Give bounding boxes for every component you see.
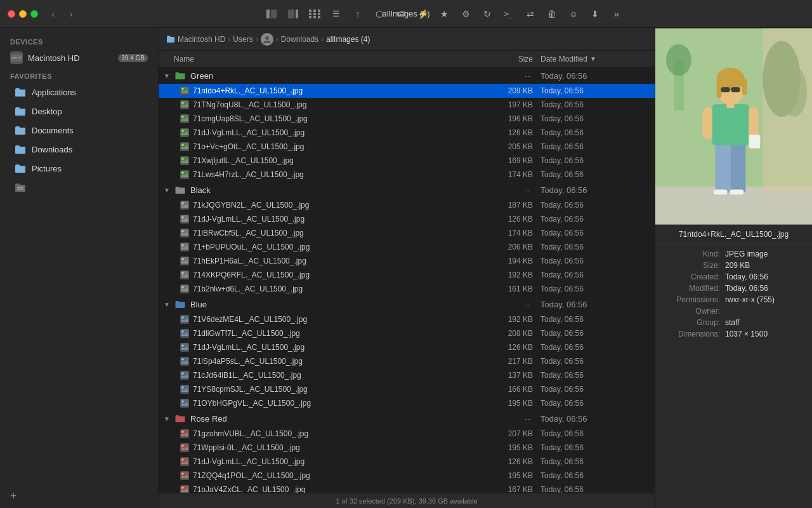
file-row[interactable]: 71dJ-VgLmLL._AC_UL1500_.jpg 126 KB Today…: [159, 455, 655, 469]
file-row[interactable]: 71ZQQ4q1POL._AC_UL1500_.jpg 195 KB Today…: [159, 469, 655, 483]
owner-value: [725, 307, 804, 316]
breadcrumb-downloads[interactable]: Downloads: [281, 35, 318, 44]
svg-point-72: [182, 359, 184, 361]
breadcrumb: Macintosh HD › Users › › Downloads › all…: [159, 28, 655, 51]
file-list[interactable]: ▼ Green -- Today, 06:56 71ntdo4+RkL._AC_…: [159, 67, 655, 493]
file-row[interactable]: 71cmgUap8SL._AC_UL1500_.jpg 196 KB Today…: [159, 112, 655, 126]
group-size: --: [475, 71, 538, 81]
sidebar-item-downloads[interactable]: Downloads: [4, 140, 154, 158]
breadcrumb-users[interactable]: Users: [233, 35, 252, 44]
close-button[interactable]: [8, 10, 15, 18]
file-row[interactable]: 71+bPUPUOuL._AC_UL1500_.jpg 206 KB Today…: [159, 240, 655, 254]
pictures-folder-icon: [14, 162, 27, 175]
file-size: 206 KB: [477, 243, 540, 251]
trash-icon[interactable]: 🗑: [543, 5, 561, 23]
svg-point-75: [182, 373, 184, 375]
group-header-black[interactable]: ▼ Black -- Today, 06:56: [159, 182, 655, 198]
group-folder-icon: [175, 300, 185, 309]
file-row[interactable]: 71YS8cpmSJL._AC_UL1500_.jpg 166 KB Today…: [159, 382, 655, 396]
file-thumbnail-icon: [179, 328, 190, 339]
group-header-rose-red[interactable]: ▼ Rose Red -- Today, 06:56: [159, 410, 655, 427]
svg-rect-121: [703, 107, 712, 139]
group-date: Today, 06:56: [540, 71, 655, 81]
file-name: 71lSp4aP5sL._AC_UL1500_.jpg: [193, 357, 477, 366]
sidebar-item-documents[interactable]: Documents: [4, 121, 154, 139]
sidebar-toggle-icon[interactable]: [263, 5, 280, 23]
group-header-green[interactable]: ▼ Green -- Today, 06:56: [159, 67, 655, 84]
group-header-blue[interactable]: ▼ Blue -- Today, 06:56: [159, 296, 655, 312]
sidebar-item-applications[interactable]: Applications: [4, 83, 154, 101]
file-row[interactable]: 71lSp4aP5sL._AC_UL1500_.jpg 217 KB Today…: [159, 354, 655, 368]
file-row[interactable]: 71dJ-VgLmLL._AC_UL1500_.jpg 126 KB Today…: [159, 212, 655, 226]
refresh-icon[interactable]: ↻: [478, 5, 496, 23]
svg-point-30: [182, 130, 184, 132]
terminal-icon[interactable]: >_: [500, 5, 518, 23]
svg-rect-110: [716, 142, 731, 193]
file-row[interactable]: 71gzohmVUBL._AC_UL1500_.jpg 207 KB Today…: [159, 427, 655, 441]
transfer-icon[interactable]: ⇄: [521, 5, 539, 23]
sidebar-item-desktop[interactable]: Desktop: [4, 102, 154, 120]
file-row[interactable]: 71kJQGYBN2L._AC_UL1500_.jpg 187 KB Today…: [159, 198, 655, 212]
svg-rect-1: [271, 10, 277, 18]
documents-label: Documents: [32, 126, 74, 135]
minimize-button[interactable]: [19, 10, 27, 18]
file-row[interactable]: 71WppIsi-0L._AC_UL1500_.jpg 195 KB Today…: [159, 441, 655, 455]
breadcrumb-macintosh-hd[interactable]: Macintosh HD: [178, 35, 225, 44]
size-column-header[interactable]: Size: [477, 55, 540, 64]
file-name: 71kJQGYBN2L._AC_UL1500_.jpg: [193, 201, 477, 210]
star-icon[interactable]: ★: [435, 5, 453, 23]
file-thumbnail-icon: [179, 255, 190, 267]
svg-rect-16: [17, 187, 23, 188]
file-date: Today, 06:56: [540, 114, 655, 123]
file-date: Today, 06:56: [540, 271, 655, 279]
file-row[interactable]: 71dJ-VgLmLL._AC_UL1500_.jpg 126 KB Today…: [159, 340, 655, 354]
sidebar-item-custom[interactable]: [4, 178, 154, 196]
preview-panel: 71ntdo4+RkL._AC_UL1500_.jpg Kind: JPEG i…: [655, 28, 812, 508]
forward-button[interactable]: ›: [63, 6, 79, 22]
group-triangle-icon[interactable]: ▼: [164, 187, 173, 194]
file-row[interactable]: 71lBRwCbf5L._AC_UL1500_.jpg 174 KB Today…: [159, 226, 655, 240]
file-row[interactable]: 71TNg7oqU8L._AC_UL1500_.jpg 197 KB Today…: [159, 98, 655, 112]
name-column-header[interactable]: Name: [159, 55, 477, 64]
file-date: Today, 06:56: [540, 257, 655, 265]
list-view-button[interactable]: ☰: [327, 5, 345, 23]
file-row[interactable]: 71hEkP1H6aL._AC_UL1500_.jpg 194 KB Today…: [159, 254, 655, 268]
face-icon[interactable]: ☺: [565, 5, 582, 23]
file-row[interactable]: 714XKPQ6RFL._AC_UL1500_.jpg 192 KB Today…: [159, 268, 655, 282]
group-triangle-icon[interactable]: ▼: [164, 301, 173, 308]
file-size: 195 KB: [477, 471, 540, 480]
file-row[interactable]: 71b2nlw+d6L._AC_UL1500_.jpg 161 KB Today…: [159, 282, 655, 296]
svg-rect-0: [266, 10, 270, 18]
file-row[interactable]: 71XwjljutlL._AC_UL1500_.jpg 169 KB Today…: [159, 154, 655, 168]
more-icon[interactable]: »: [608, 5, 625, 23]
group-triangle-icon[interactable]: ▼: [164, 415, 173, 422]
file-size: 161 KB: [477, 284, 540, 293]
modified-column-header[interactable]: Date Modified ▼: [540, 55, 655, 64]
svg-rect-109: [763, 29, 812, 193]
maximize-button[interactable]: [30, 10, 38, 18]
file-row[interactable]: 71cJd64lB1L._AC_UL1500_.jpg 137 KB Today…: [159, 368, 655, 382]
share-icon[interactable]: ↑: [349, 5, 367, 23]
back-button[interactable]: ‹: [46, 6, 61, 22]
add-sidebar-item-button[interactable]: +: [0, 485, 158, 508]
group-triangle-icon[interactable]: ▼: [164, 72, 173, 79]
file-name: 71hEkP1H6aL._AC_UL1500_.jpg: [193, 257, 477, 265]
file-name: 71+bPUPUOuL._AC_UL1500_.jpg: [193, 243, 477, 251]
file-row[interactable]: 71dJ-VgLmLL._AC_UL1500_.jpg 126 KB Today…: [159, 126, 655, 140]
view-options-icon[interactable]: [306, 5, 324, 23]
file-row[interactable]: 71ntdo4+RkL._AC_UL1500_.jpg 209 KB Today…: [159, 84, 655, 98]
panel-toggle-icon[interactable]: [284, 5, 302, 23]
downloads-label: Downloads: [32, 145, 72, 154]
file-row[interactable]: 71oJaV4ZxCL._AC_UL1500_.jpg 167 KB Today…: [159, 483, 655, 493]
file-row[interactable]: 71OYbHGPgVL._AC_UL1500_.jpg 195 KB Today…: [159, 396, 655, 410]
settings-icon[interactable]: ⚙: [457, 5, 475, 23]
file-row[interactable]: 71dliGwTf7L._AC_UL1500_.jpg 208 KB Today…: [159, 326, 655, 340]
file-row[interactable]: 71o+Vc+gOtL._AC_UL1500_.jpg 205 KB Today…: [159, 140, 655, 154]
file-row[interactable]: 71V6dezME4L._AC_UL1500_.jpg 192 KB Today…: [159, 312, 655, 326]
file-thumbnail-icon: [179, 283, 190, 295]
svg-rect-11: [313, 16, 316, 18]
file-row[interactable]: 71Lws4H7rzL._AC_UL1500_.jpg 174 KB Today…: [159, 168, 655, 182]
sidebar-item-macintosh-hd[interactable]: Macintosh HD 39.4 GB: [4, 49, 154, 67]
download-icon[interactable]: ⬇: [586, 5, 604, 23]
sidebar-item-pictures[interactable]: Pictures: [4, 159, 154, 177]
